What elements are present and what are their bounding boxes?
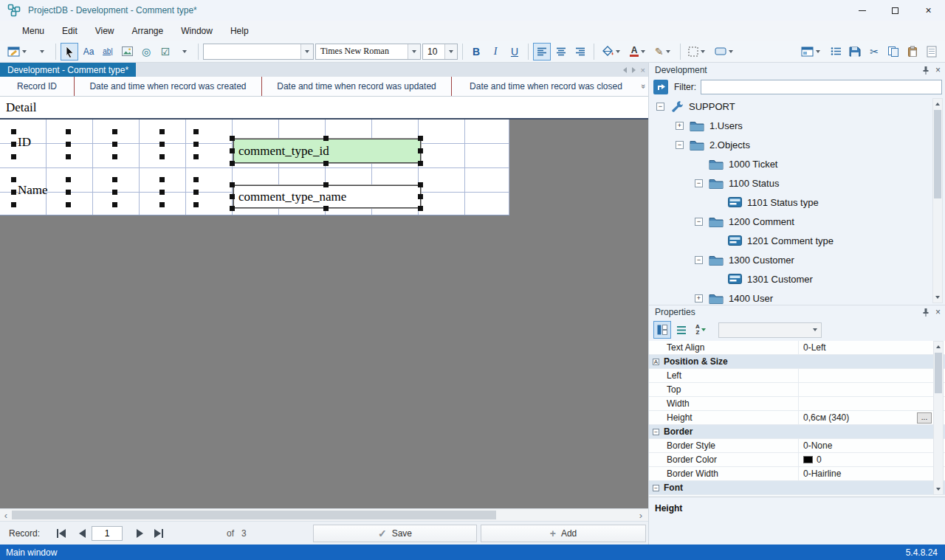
go-to-object-button[interactable] [653,80,668,94]
property-value[interactable]: 0 [799,453,945,466]
collapse-icon[interactable]: A [653,359,659,365]
selection-handle[interactable] [418,161,423,166]
selection-handle[interactable] [66,142,71,147]
tree-item-1301-customer[interactable]: 1301 Customer [649,269,945,288]
selection-handle[interactable] [66,202,71,207]
expander-icon[interactable]: − [656,103,664,111]
tree-item-objects[interactable]: − 2.Objects [649,135,945,154]
selection-handle[interactable] [112,177,117,182]
tree-item-1400-user[interactable]: + 1400 User [649,288,945,305]
font-size-select[interactable]: 10 [422,44,458,60]
scroll-down-icon[interactable] [933,292,942,303]
selection-handle[interactable] [418,194,423,199]
selection-handle[interactable] [159,177,165,182]
selection-handle[interactable] [323,206,329,211]
pin-icon[interactable] [922,308,929,317]
selection-handle[interactable] [323,161,329,166]
menu-item-edit[interactable]: Edit [53,23,86,39]
close-button[interactable]: × [912,0,945,21]
column-header-created[interactable]: Date and time when record was created [74,77,261,96]
property-value[interactable]: 0,6см (340)... [799,411,945,424]
shape-button[interactable] [712,43,738,61]
selection-handle[interactable] [193,202,199,207]
tree-item-1100-status[interactable]: − 1100 Status [649,173,945,193]
property-value[interactable] [799,369,945,382]
scroll-right-icon[interactable]: › [635,509,647,521]
menu-item-window[interactable]: Window [172,23,221,39]
selection-handle[interactable] [230,206,235,211]
scroll-down-icon[interactable] [934,484,943,494]
bold-button[interactable]: B [467,43,485,61]
menu-item-arrange[interactable]: Arrange [123,23,173,39]
column-header-updated[interactable]: Date and time when record was updated [261,77,451,96]
scrollbar-thumb[interactable] [935,353,942,393]
selection-handle[interactable] [66,154,71,159]
field-label-id[interactable]: ID [18,135,31,150]
label-tool-button[interactable]: Aa [80,43,97,61]
selection-handle[interactable] [230,161,235,166]
property-row-left[interactable]: Left [649,369,945,383]
cut-button[interactable]: ✂ [865,43,883,61]
selection-handle[interactable] [193,142,199,147]
select-tool-button[interactable] [61,43,78,61]
tree-item-support[interactable]: − SUPPORT [649,97,945,116]
add-record-button[interactable]: + Add [481,525,646,542]
italic-button[interactable]: I [487,43,504,61]
alphabetical-view-button[interactable] [673,321,690,339]
line-color-button[interactable]: ✎ [652,43,676,61]
collapse-icon[interactable]: − [653,429,659,435]
selection-handle[interactable] [112,142,117,147]
selection-handle[interactable] [112,129,117,134]
selection-handle[interactable] [418,206,423,211]
paste-button[interactable] [904,43,921,61]
field-comment-type-id[interactable]: comment_type_id [233,139,421,163]
expander-icon[interactable]: − [695,218,703,226]
selection-handle[interactable] [323,136,329,141]
checkbox-tool-button[interactable]: ☑ [157,43,174,61]
selection-handle[interactable] [418,182,423,187]
selection-handle[interactable] [230,148,235,153]
property-row-width[interactable]: Width [649,397,945,411]
tree-scrollbar[interactable] [932,98,943,303]
expander-icon[interactable]: + [676,122,684,130]
tree-item-1300-customer[interactable]: − 1300 Customer [649,250,945,269]
align-right-button[interactable] [571,43,589,61]
scroll-up-icon[interactable] [934,342,943,352]
column-header-record-id[interactable]: Record ID [0,77,74,96]
selection-handle[interactable] [418,148,423,153]
pin-icon[interactable] [922,66,929,75]
category-row-font[interactable]: −Font [649,481,945,495]
object-selector-combo[interactable] [718,322,822,338]
ellipse-tool-button[interactable]: ◎ [137,43,155,61]
selection-handle[interactable] [112,190,117,195]
scrollbar-thumb[interactable] [934,110,941,198]
selection-handle[interactable] [159,190,165,195]
selection-handle[interactable] [230,182,235,187]
style-select[interactable] [203,44,314,60]
save-toolbar-button[interactable] [846,43,864,61]
border-style-button[interactable] [685,43,710,61]
align-left-button[interactable] [533,43,551,61]
categorized-view-button[interactable] [653,321,671,339]
tab-scroll-left-icon[interactable] [623,67,627,73]
record-number-input[interactable] [92,526,123,541]
sort-az-button[interactable]: AZ [692,321,709,339]
scroll-left-icon[interactable]: ‹ [0,509,12,521]
tree-item-1101-status-type[interactable]: 1101 Status type [649,193,945,212]
property-value[interactable]: 0-Left [799,341,945,354]
column-header-closed[interactable]: Date and time when record was closed [451,77,640,96]
notes-button[interactable] [923,43,941,61]
minimize-button[interactable] [845,0,879,21]
expander-icon[interactable]: + [695,294,703,303]
property-row-border-width[interactable]: Border Width 0-Hairline [649,467,945,481]
selection-handle[interactable] [323,182,329,187]
tab-scroll-right-icon[interactable] [632,67,636,73]
tree-item-1200-comment[interactable]: − 1200 Comment [649,212,945,231]
new-form-button[interactable] [4,43,32,61]
first-record-button[interactable] [52,525,71,542]
property-value[interactable]: 0-None [799,439,945,452]
menu-item-view[interactable]: View [86,23,123,39]
fill-color-button[interactable] [599,43,625,61]
property-value[interactable] [799,397,945,410]
design-canvas[interactable]: ID Name comment_type_id comment_type_nam… [0,120,648,508]
